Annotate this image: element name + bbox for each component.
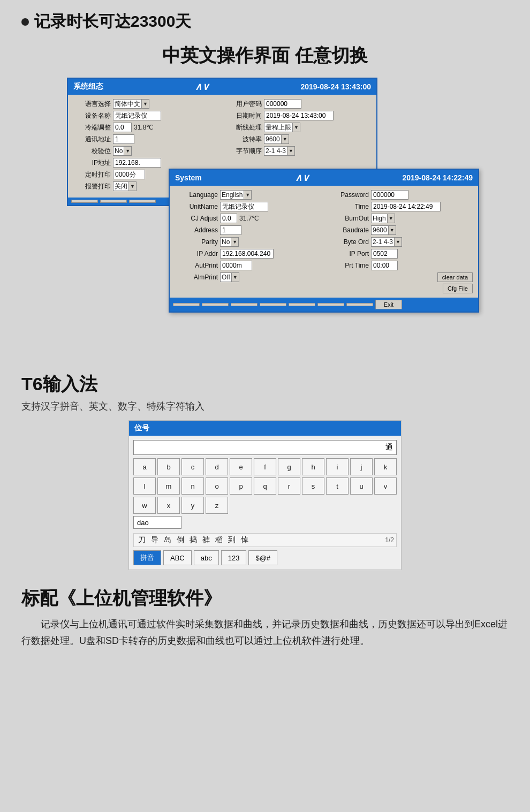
mode-pinyin[interactable]: 拼音 — [133, 550, 161, 565]
key-z[interactable]: z — [206, 497, 228, 514]
t6-subtitle: 支持汉字拼音、英文、数字、特殊字符输入 — [21, 400, 509, 413]
en-pwd-input[interactable] — [371, 190, 408, 200]
kb-body: a b c d e f g h i j k l m n o p q r — [129, 436, 401, 570]
mode-abc-upper[interactable]: ABC — [163, 550, 192, 565]
en-exit-btn[interactable]: Exit — [375, 300, 402, 309]
kb-main-input[interactable] — [133, 440, 397, 455]
candidate-6[interactable]: 裤 — [200, 535, 212, 545]
en-ip-input[interactable] — [220, 249, 274, 259]
bullet-point: 记录时长可达23300天 — [21, 11, 509, 33]
cn-print-input[interactable] — [113, 170, 145, 179]
cn-unitname-input[interactable] — [113, 111, 161, 120]
en-btn5[interactable] — [289, 303, 315, 306]
kb-pinyin-input[interactable] — [133, 516, 181, 529]
key-p[interactable]: p — [230, 477, 252, 495]
candidate-2[interactable]: 导 — [149, 535, 161, 545]
cn-cj-input[interactable] — [113, 123, 132, 132]
key-q[interactable]: q — [254, 477, 276, 495]
en-btn7[interactable] — [346, 303, 373, 306]
en-ipport-input[interactable] — [371, 249, 398, 259]
cn-btn1[interactable] — [71, 200, 98, 203]
key-j[interactable]: j — [350, 458, 373, 475]
key-y[interactable]: y — [181, 497, 204, 514]
mode-123[interactable]: 123 — [221, 550, 247, 565]
en-btn3[interactable] — [231, 303, 258, 306]
key-o[interactable]: o — [206, 477, 228, 495]
key-w[interactable]: w — [133, 497, 156, 514]
kb-row2: l m n o p q r s t u v — [133, 477, 397, 495]
en-btn1[interactable] — [173, 303, 200, 306]
windows-container: 系统组态 ∧∨ 2019-08-24 13:43:00 语言选择简体中文▼ 设备… — [67, 78, 463, 356]
kb-title: 位号 — [129, 421, 401, 436]
key-u[interactable]: u — [350, 477, 373, 495]
kb-candidates: 刀 导 岛 倒 捣 裤 稻 到 悼 1/2 — [133, 533, 397, 547]
win-en-logo: ∧∨ — [295, 172, 309, 184]
key-v[interactable]: v — [374, 477, 397, 495]
candidate-7[interactable]: 稻 — [213, 535, 225, 545]
win-en-footer: Exit — [170, 298, 478, 312]
win-cn-titlebar: 系统组态 ∧∨ 2019-08-24 13:43:00 — [68, 79, 376, 95]
key-d[interactable]: d — [206, 458, 228, 475]
key-t[interactable]: t — [326, 477, 349, 495]
en-btn2[interactable] — [202, 303, 229, 306]
en-btn6[interactable] — [317, 303, 344, 306]
mode-special[interactable]: $@# — [248, 550, 277, 565]
cn-btn3[interactable] — [129, 200, 156, 203]
win-en-titlebar: System ∧∨ 2019-08-24 14:22:49 — [170, 170, 478, 186]
en-addr-input[interactable] — [220, 225, 241, 235]
key-h[interactable]: h — [302, 458, 324, 475]
clear-data-btn[interactable]: clear data — [437, 272, 473, 282]
t6-section: T6输入法 支持汉字拼音、英文、数字、特殊字符输入 位号 a b c d e f… — [21, 372, 509, 570]
key-l[interactable]: l — [133, 477, 156, 495]
cn-ip-input[interactable] — [113, 158, 161, 168]
en-btn4[interactable] — [260, 303, 286, 306]
kb-pinyin-row — [133, 516, 397, 531]
en-cj-input[interactable] — [220, 214, 237, 223]
en-autprint-input[interactable] — [220, 261, 252, 270]
win-cn-title: 系统组态 — [73, 82, 103, 92]
kb-mode-row: 拼音 ABC abc 123 $@# — [133, 550, 397, 565]
key-a[interactable]: a — [133, 458, 156, 475]
section1-title: 中英文操作界面 任意切换 — [21, 43, 509, 68]
win-en-body: LanguageEnglish▼ UnitName CJ Adjust 31.7… — [170, 186, 478, 298]
cn-pwd-input[interactable] — [264, 99, 301, 109]
software-section: 标配《上位机管理软件》 记录仪与上位机通讯可通过软件实时采集数据和曲线，并记录历… — [21, 586, 509, 649]
win-cn-logo: ∧∨ — [195, 81, 209, 93]
candidate-8[interactable]: 到 — [226, 535, 238, 545]
cfg-file-btn[interactable]: Cfg File — [443, 284, 473, 293]
mode-abc-lower[interactable]: abc — [194, 550, 219, 565]
key-x[interactable]: x — [157, 497, 180, 514]
keyboard-container: 位号 a b c d e f g h i j k l — [128, 420, 402, 570]
en-unitname-input[interactable] — [220, 202, 268, 211]
cn-btn2[interactable] — [100, 200, 127, 203]
cn-time-input[interactable] — [264, 111, 334, 120]
en-prttime-input[interactable] — [371, 261, 398, 270]
win-en-title: System — [175, 173, 202, 182]
key-i[interactable]: i — [326, 458, 349, 475]
software-title: 标配《上位机管理软件》 — [21, 586, 509, 611]
key-s[interactable]: s — [302, 477, 324, 495]
key-m[interactable]: m — [157, 477, 180, 495]
candidate-1[interactable]: 刀 — [136, 535, 148, 545]
key-e[interactable]: e — [230, 458, 252, 475]
software-body: 记录仪与上位机通讯可通过软件实时采集数据和曲线，并记录历史数据和曲线，历史数据还… — [21, 616, 509, 649]
cn-addr-input[interactable] — [113, 134, 134, 144]
candidate-page: 1/2 — [385, 536, 394, 544]
candidate-4[interactable]: 倒 — [175, 535, 186, 545]
candidate-3[interactable]: 岛 — [162, 535, 173, 545]
key-n[interactable]: n — [181, 477, 204, 495]
key-b[interactable]: b — [157, 458, 180, 475]
en-time-input[interactable] — [371, 202, 441, 211]
key-r[interactable]: r — [278, 477, 300, 495]
candidate-9[interactable]: 悼 — [239, 535, 251, 545]
bullet-icon — [21, 18, 29, 26]
key-k[interactable]: k — [374, 458, 397, 475]
t6-title: T6输入法 — [21, 372, 509, 397]
bullet-text: 记录时长可达23300天 — [34, 11, 191, 33]
key-f[interactable]: f — [254, 458, 276, 475]
kb-row1: a b c d e f g h i j k — [133, 458, 397, 475]
candidate-5[interactable]: 捣 — [187, 535, 199, 545]
key-g[interactable]: g — [278, 458, 300, 475]
key-c[interactable]: c — [181, 458, 204, 475]
win-cn-datetime: 2019-08-24 13:43:00 — [300, 82, 371, 91]
